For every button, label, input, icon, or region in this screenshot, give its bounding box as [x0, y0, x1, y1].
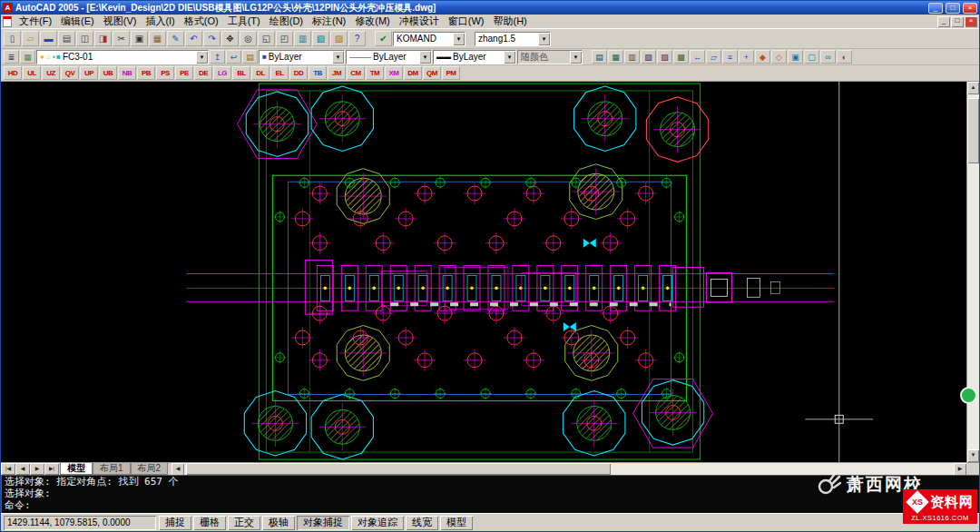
chevron-down-icon[interactable]: ▼ — [419, 51, 431, 64]
vertical-scroll-thumb[interactable] — [967, 98, 979, 163]
publish-icon[interactable]: ◨ — [94, 31, 112, 46]
scroll-down-button[interactable]: ▼ — [967, 449, 979, 462]
chevron-down-icon[interactable]: ▼ — [504, 51, 515, 64]
die-design-icon-1[interactable]: HD — [4, 66, 22, 80]
menu-item[interactable]: 窗口(W) — [444, 15, 489, 28]
designcenter-palette-icon[interactable]: ▦ — [608, 50, 623, 64]
die-design-icon-15[interactable]: EL — [270, 66, 289, 80]
die-design-icon-16[interactable]: DD — [289, 66, 308, 80]
die-design-icon-24[interactable]: PM — [442, 66, 460, 80]
undo-icon[interactable]: ↶ — [185, 31, 202, 46]
die-drawing[interactable] — [1, 82, 966, 462]
menu-item[interactable]: 绘图(D) — [265, 15, 308, 28]
die-design-icon-11[interactable]: DE — [194, 66, 212, 80]
doc-restore-button[interactable]: □ — [951, 16, 964, 27]
menu-item[interactable]: 格式(O) — [180, 15, 223, 28]
doc-close-button[interactable]: × — [965, 16, 977, 27]
plot-icon[interactable]: ▤ — [58, 31, 75, 46]
properties-palette-icon[interactable]: ▤ — [592, 50, 607, 64]
standards-check-icon[interactable]: ✔ — [375, 31, 392, 46]
distance-icon[interactable]: ↔ — [690, 50, 705, 64]
sheetset-manager-icon[interactable]: ▧ — [641, 50, 656, 64]
ole-object-icon[interactable]: ∞ — [820, 50, 836, 64]
scroll-up-button[interactable]: ▲ — [967, 82, 979, 94]
plot-preview-icon[interactable]: ◫ — [76, 31, 93, 46]
block-icon[interactable]: ◇ — [771, 50, 787, 64]
lineweight-button[interactable]: 线宽 — [406, 516, 438, 530]
menu-item[interactable]: 帮助(H) — [489, 15, 532, 28]
command-combo[interactable]: KOMAND ▼ — [393, 32, 466, 46]
cut-icon[interactable]: ✂ — [113, 31, 130, 46]
open-icon[interactable]: ▱ — [22, 31, 39, 46]
text-style-combo[interactable]: zhang1.5 ▼ — [475, 32, 551, 46]
zoom-previous-icon[interactable]: ◰ — [276, 31, 293, 46]
lay out-tab[interactable]: 布局1 — [93, 463, 131, 475]
chevron-down-icon[interactable]: ▼ — [538, 33, 550, 45]
chevron-down-icon[interactable]: ▼ — [196, 51, 208, 64]
doc-minimize-button[interactable]: _ — [937, 16, 950, 27]
render-icon[interactable]: ◐ — [837, 50, 852, 64]
menu-item[interactable]: 标注(N) — [308, 15, 350, 28]
die-design-icon-19[interactable]: CM — [347, 66, 365, 80]
die-design-icon-4[interactable]: QV — [61, 66, 79, 80]
die-design-icon-18[interactable]: JM — [328, 66, 346, 80]
die-design-icon-8[interactable]: PB — [137, 66, 155, 80]
menu-item[interactable]: 文件(F) — [15, 15, 56, 28]
model-button[interactable]: 模型 — [440, 516, 473, 530]
zoom-window-icon[interactable]: ◱ — [258, 31, 275, 46]
die-design-icon-9[interactable]: PS — [156, 66, 174, 80]
make-object-layer-current-icon[interactable]: ↥ — [210, 50, 225, 64]
layer-states-icon[interactable]: ▦ — [20, 50, 35, 64]
list-icon[interactable]: ≡ — [722, 50, 738, 64]
scroll-right-button[interactable]: ▶ — [954, 463, 966, 476]
tool-palettes-icon[interactable]: ▨ — [330, 31, 348, 46]
die-design-icon-2[interactable]: UL — [23, 66, 41, 80]
scroll-left-button[interactable]: ◀ — [172, 463, 184, 476]
minimize-button[interactable]: _ — [928, 3, 943, 14]
tab-nav-button[interactable]: ◀ — [15, 463, 30, 475]
menu-item[interactable]: 插入(I) — [141, 15, 179, 28]
lay out-tab[interactable]: 布局2 — [131, 463, 169, 475]
lineweight-combo[interactable]: ▬▬ ByLayer ▼ — [433, 50, 516, 64]
color-combo[interactable]: ■ ByLayer ▼ — [259, 50, 345, 64]
tool-palette-icon[interactable]: ▥ — [624, 50, 640, 64]
layer-translate-icon[interactable]: ▤ — [242, 50, 258, 64]
image-attach-icon[interactable]: ▢ — [804, 50, 819, 64]
mass-properties-icon[interactable]: ◆ — [755, 50, 770, 64]
area-icon[interactable]: ▱ — [706, 50, 721, 64]
die-design-icon-7[interactable]: NB — [118, 66, 136, 80]
die-design-icon-17[interactable]: TB — [309, 66, 327, 80]
help-icon[interactable]: ? — [348, 31, 366, 46]
lay out-tab[interactable]: 模型 — [60, 463, 93, 475]
horizontal-scroll-thumb[interactable] — [186, 463, 611, 475]
redo-icon[interactable]: ↷ — [203, 31, 220, 46]
linetype-combo[interactable]: ——— ByLayer ▼ — [346, 50, 432, 64]
die-design-icon-13[interactable]: BL — [232, 66, 250, 80]
die-design-icon-23[interactable]: QM — [423, 66, 441, 80]
layer-previous-icon[interactable]: ↩ — [226, 50, 241, 64]
vertical-scrollbar[interactable]: ▲ ▼ — [966, 82, 979, 462]
locate-point-icon[interactable]: + — [739, 50, 754, 64]
chevron-down-icon[interactable]: ▼ — [332, 51, 344, 64]
layer-combo[interactable]: ●☼▪■ FC3-01 ▼ — [36, 50, 209, 64]
die-design-icon-12[interactable]: LG — [213, 66, 231, 80]
quickcalc-icon[interactable]: ▩ — [673, 50, 689, 64]
menu-item[interactable]: 修改(M) — [350, 15, 395, 28]
menu-item[interactable]: 编辑(E) — [56, 15, 99, 28]
chevron-down-icon[interactable]: ▼ — [453, 33, 465, 45]
die-design-icon-20[interactable]: TM — [366, 66, 384, 80]
menu-item[interactable]: 冲模设计 — [395, 15, 444, 28]
xref-icon[interactable]: ▣ — [788, 50, 803, 64]
die-design-icon-3[interactable]: UZ — [42, 66, 60, 80]
grid-button[interactable]: 栅格 — [193, 516, 226, 530]
markup-set-icon[interactable]: ▨ — [657, 50, 672, 64]
layer-properties-icon[interactable]: ≣ — [4, 50, 19, 64]
drawing-canvas[interactable] — [1, 82, 966, 462]
match-properties-icon[interactable]: ✎ — [167, 31, 184, 46]
close-button[interactable]: × — [963, 3, 977, 14]
ortho-button[interactable]: 正交 — [228, 516, 260, 530]
die-design-icon-21[interactable]: XM — [385, 66, 403, 80]
otrack-button[interactable]: 对象追踪 — [351, 516, 404, 530]
tab-nav-button[interactable]: ▶ — [30, 463, 44, 475]
qnew-icon[interactable]: ▯ — [4, 31, 21, 46]
